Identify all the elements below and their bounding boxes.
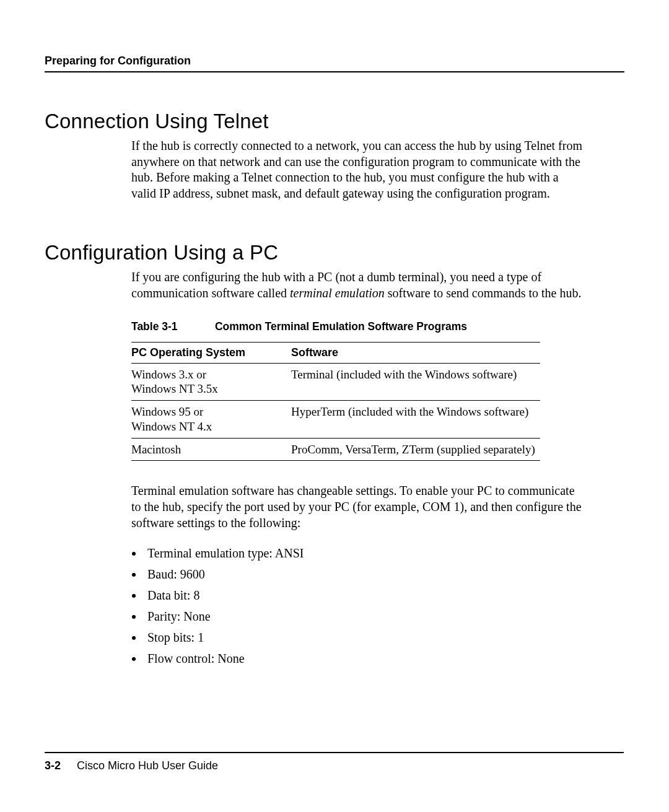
list-item: Baud: 9600 bbox=[144, 567, 585, 582]
section1-paragraph: If the hub is correctly connected to a n… bbox=[131, 138, 585, 201]
guide-title: Cisco Micro Hub User Guide bbox=[77, 759, 218, 772]
cell-os-line2: Windows NT 4.x bbox=[131, 420, 212, 433]
table-caption: Table 3-1 Common Terminal Emulation Soft… bbox=[131, 320, 585, 333]
cell-os: Macintosh bbox=[131, 438, 291, 461]
cell-os: Windows 95 or Windows NT 4.x bbox=[131, 401, 291, 439]
table-row: Windows 95 or Windows NT 4.x HyperTerm (… bbox=[131, 401, 540, 439]
section1-body: If the hub is correctly connected to a n… bbox=[131, 138, 585, 201]
cell-os-line1: Windows 95 or bbox=[131, 405, 203, 418]
running-header: Preparing for Configuration bbox=[45, 55, 624, 72]
table-header-row: PC Operating System Software bbox=[131, 342, 540, 363]
cell-os: Windows 3.x or Windows NT 3.5x bbox=[131, 363, 291, 401]
section2-paragraph: If you are configuring the hub with a PC… bbox=[131, 269, 585, 301]
settings-list: Terminal emulation type: ANSI Baud: 9600… bbox=[131, 546, 585, 666]
section-heading-pc: Configuration Using a PC bbox=[45, 241, 624, 264]
table-row: Macintosh ProComm, VersaTerm, ZTerm (sup… bbox=[131, 438, 540, 461]
cell-software: HyperTerm (included with the Windows sof… bbox=[291, 401, 540, 439]
section2-para-post: software to send commands to the hub. bbox=[385, 286, 582, 300]
page-number: 3-2 bbox=[45, 759, 61, 772]
cell-os-line1: Macintosh bbox=[131, 443, 181, 456]
list-item: Stop bits: 1 bbox=[144, 630, 585, 645]
th-os: PC Operating System bbox=[131, 342, 291, 363]
th-software: Software bbox=[291, 342, 540, 363]
table-caption-title: Common Terminal Emulation Software Progr… bbox=[215, 320, 467, 333]
section-heading-telnet: Connection Using Telnet bbox=[45, 110, 624, 133]
list-item: Flow control: None bbox=[144, 651, 585, 666]
cell-software: ProComm, VersaTerm, ZTerm (supplied sepa… bbox=[291, 438, 540, 461]
software-table: PC Operating System Software Windows 3.x… bbox=[131, 342, 540, 461]
cell-software: Terminal (included with the Windows soft… bbox=[291, 363, 540, 401]
cell-os-line1: Windows 3.x or bbox=[131, 368, 206, 381]
list-item: Parity: None bbox=[144, 609, 585, 624]
page-content: Preparing for Configuration Connection U… bbox=[0, 0, 669, 666]
page-footer: 3-2Cisco Micro Hub User Guide bbox=[45, 752, 624, 772]
list-item: Data bit: 8 bbox=[144, 588, 585, 603]
section2-body: If you are configuring the hub with a PC… bbox=[131, 269, 585, 666]
settings-intro-paragraph: Terminal emulation software has changeab… bbox=[131, 483, 585, 531]
table-caption-label: Table 3-1 bbox=[131, 320, 212, 333]
cell-os-line2: Windows NT 3.5x bbox=[131, 382, 218, 395]
list-item: Terminal emulation type: ANSI bbox=[144, 546, 585, 561]
table-row: Windows 3.x or Windows NT 3.5x Terminal … bbox=[131, 363, 540, 401]
section2-para-italic: terminal emulation bbox=[290, 286, 385, 300]
